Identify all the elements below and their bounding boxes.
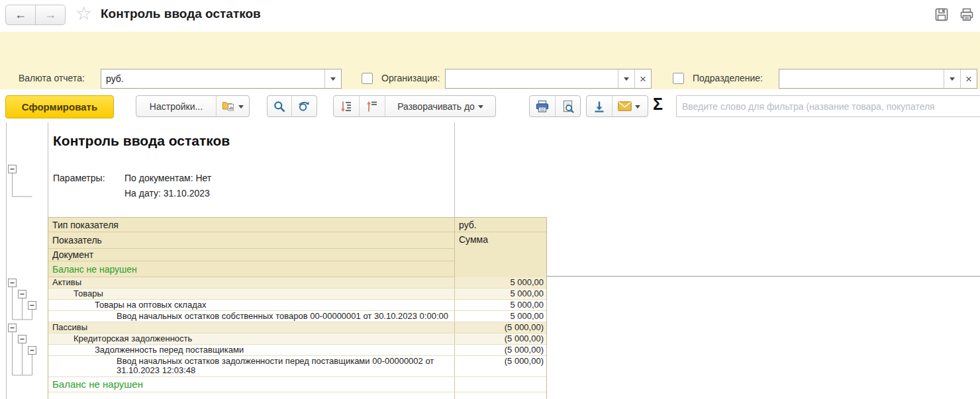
table-row[interactable]: Ввод начальных остатков задолженности пе… [48,356,546,377]
report-toolbar: Сформировать Настройки... [0,89,980,122]
row-value: 5 000,00 [455,277,546,288]
row-label: Ввод начальных остатков задолженности пе… [48,356,455,377]
report-title: Контроль ввода остатков [53,133,230,149]
department-value[interactable] [779,69,944,88]
row-label: Баланс не нарушен [48,377,455,392]
report-variants-button[interactable] [216,96,249,116]
row-value: (5 000,00) [455,333,546,344]
row-value: (5 000,00) [455,322,546,333]
collapse-toggle[interactable] [19,290,26,298]
department-checkbox[interactable] [673,73,684,84]
collapse-toggle[interactable] [9,279,17,287]
table-row[interactable]: Кредиторская задолженность (5 000,00) [48,333,546,345]
collapse-toggle[interactable] [9,165,17,173]
search-next-button[interactable] [291,96,317,116]
department-label: Подразделение: [693,73,763,83]
send-mail-button[interactable] [612,96,646,116]
header-cell-indicator-type[interactable]: Тип показателя [48,218,454,232]
row-label: Ввод начальных остатков собственных това… [48,311,455,322]
printer-icon [535,100,550,113]
expand-groups-button[interactable] [334,96,359,116]
row-value [455,392,546,399]
table-row[interactable]: Активы 5 000,00 [48,277,546,288]
header-cell-document[interactable]: Документ [48,249,454,261]
chevron-down-icon [478,105,483,111]
report-variant-icon [222,99,235,113]
expand-to-label: Разворачивать до [397,101,475,112]
forward-button[interactable]: → [35,5,65,24]
department-clear-icon[interactable]: × [960,69,977,88]
search-icon [273,100,286,113]
chevron-down-icon [238,105,244,111]
table-row[interactable]: Задолженность перед поставщиками (5 000,… [48,345,546,356]
header-cell-currency-unit[interactable]: руб. [455,218,546,232]
table-row[interactable]: Пассивы (5 000,00) [48,322,546,333]
search-button[interactable] [268,96,291,116]
settings-button[interactable]: Настройки... [136,96,216,116]
row-label: Товары на оптовых складах [48,300,455,310]
app-window: ← → ☆ Контроль ввода остатков [0,0,980,399]
quick-filter-input[interactable] [676,95,980,117]
row-label [48,392,455,399]
expand-to-button[interactable]: Разворачивать до [385,96,495,116]
header-cell-sum[interactable]: Сумма [455,232,546,277]
print-icon[interactable] [959,7,975,25]
currency-value[interactable]: руб. [101,69,324,88]
save-icon[interactable] [934,7,950,25]
report-area: Контроль ввода остатков Параметры: По до… [0,122,980,399]
generate-button[interactable]: Сформировать [5,95,114,118]
collapse-toggle[interactable] [9,324,17,332]
table-row[interactable] [48,392,546,399]
parameter-date: На дату: 31.10.2023 [124,188,210,199]
row-value: 5 000,00 [455,288,546,299]
app-header: ← → ☆ Контроль ввода остатков [0,0,980,32]
table-row[interactable]: Баланс не нарушен [48,377,546,392]
organization-dropdown-icon[interactable] [618,69,634,88]
row-value: 5 000,00 [455,300,546,310]
collapse-toggle[interactable] [28,302,36,310]
department-dropdown-icon[interactable] [944,69,960,88]
collapse-groups-button[interactable] [359,96,385,116]
row-label: Товары [48,288,455,299]
collapse-toggle[interactable] [19,335,26,343]
back-button[interactable]: ← [6,5,35,24]
filter-panel: Валюта отчета: руб. Организация: × Подра… [0,32,980,89]
header-cell-indicator[interactable]: Показатель [48,232,454,249]
favorite-star-icon[interactable]: ☆ [75,3,92,24]
table-row[interactable]: Ввод начальных остатков собственных това… [48,311,546,322]
organization-value[interactable] [446,69,618,88]
row-label: Пассивы [48,322,455,333]
organization-field[interactable]: × [445,69,652,89]
organization-checkbox[interactable] [362,73,373,84]
collapse-toggle[interactable] [28,347,36,355]
save-report-button[interactable] [587,96,612,116]
organization-label: Организация: [381,73,440,83]
row-value [455,377,546,392]
download-icon [593,100,606,113]
table-header: Тип показателя Показатель Документ Балан… [48,218,546,277]
print-preview-button[interactable] [555,96,580,116]
parameter-documents: По документам: Нет [124,173,211,183]
department-field[interactable]: × [779,69,977,89]
parameters-label: Параметры: [53,173,105,183]
expand-all-icon [340,100,353,113]
currency-field[interactable]: руб. [101,69,342,89]
print-button[interactable] [530,96,555,116]
currency-label: Валюта отчета: [19,73,85,83]
row-label: Кредиторская задолженность [48,333,455,344]
row-label: Задолженность перед поставщиками [48,345,455,355]
table-body: Активы 5 000,00 Товары 5 000,00 Товары н… [48,277,546,399]
report-table: Тип показателя Показатель Документ Балан… [48,217,547,399]
organization-clear-icon[interactable]: × [634,69,651,88]
mail-icon [618,101,632,111]
table-row[interactable]: Товары 5 000,00 [48,288,546,300]
row-value: 5 000,00 [455,311,546,322]
currency-dropdown-icon[interactable] [324,69,341,88]
table-row[interactable]: Товары на оптовых складах 5 000,00 [48,300,546,311]
page-title: Контроль ввода остатков [101,7,261,21]
row-value: (5 000,00) [455,356,546,377]
search-next-icon [297,100,311,113]
row-value: (5 000,00) [455,345,546,355]
sum-sigma-button[interactable]: Σ [653,95,663,114]
header-cell-balance-status[interactable]: Баланс не нарушен [48,261,454,277]
